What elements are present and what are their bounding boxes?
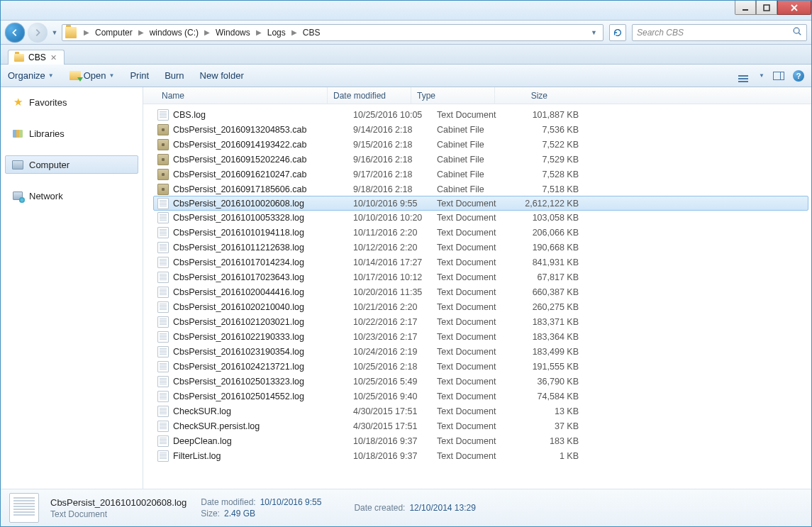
chevron-right-icon[interactable]: ▶: [200, 28, 214, 36]
text-file-icon: [157, 242, 169, 253]
organize-button[interactable]: Organize▼: [8, 70, 54, 81]
file-row[interactable]: CbsPersist_20161025014552.log10/25/2016 …: [143, 389, 811, 404]
history-dropdown[interactable]: ▼: [50, 29, 59, 36]
column-header-date[interactable]: Date modified: [328, 87, 411, 104]
file-date: 10/11/2016 2:20: [353, 228, 437, 238]
breadcrumb-segment[interactable]: windows (C:): [148, 28, 200, 38]
text-file-icon: [157, 391, 169, 402]
open-button[interactable]: Open▼: [69, 70, 115, 81]
back-button[interactable]: [5, 23, 25, 43]
address-dropdown[interactable]: ▼: [591, 29, 597, 36]
file-row[interactable]: CbsPersist_20161010053328.log10/10/2016 …: [143, 210, 811, 225]
file-size: 7,522 KB: [521, 140, 579, 150]
file-row[interactable]: CbsPersist_20161025013323.log10/25/2016 …: [143, 374, 811, 389]
file-row[interactable]: CbsPersist_20161024213721.log10/25/2016 …: [143, 359, 811, 374]
column-header-type[interactable]: Type: [411, 87, 495, 104]
file-row[interactable]: CbsPersist_20160916210247.cab9/17/2016 2…: [143, 167, 811, 182]
file-row[interactable]: CbsPersist_20160915202246.cab9/16/2016 2…: [143, 152, 811, 167]
sidebar-item-favorites[interactable]: ★ Favorites: [1, 93, 143, 111]
explorer-window: ▼ ▶ Computer ▶ windows (C:) ▶ Windows ▶ …: [0, 0, 812, 527]
breadcrumb-segment[interactable]: Logs: [266, 28, 287, 38]
new-folder-button[interactable]: New folder: [200, 70, 244, 81]
sidebar-item-computer[interactable]: Computer: [5, 155, 138, 174]
file-date: 9/18/2016 2:18: [353, 184, 437, 194]
svg-line-3: [799, 33, 801, 35]
file-name: CbsPersist_20161017023643.log: [173, 272, 353, 282]
chevron-right-icon[interactable]: ▶: [252, 28, 266, 36]
column-header-size[interactable]: Size: [495, 87, 553, 104]
file-type: Text Document: [437, 287, 521, 297]
text-file-icon: [157, 301, 169, 313]
refresh-icon: [613, 28, 623, 38]
file-row[interactable]: CbsPersist_20161023190354.log10/24/2016 …: [143, 344, 811, 359]
sidebar-item-libraries[interactable]: Libraries: [1, 124, 143, 143]
sidebar-item-network[interactable]: Network: [1, 187, 143, 205]
file-row[interactable]: FilterList.log10/18/2016 9:37Text Docume…: [143, 448, 811, 463]
address-bar[interactable]: ▶ Computer ▶ windows (C:) ▶ Windows ▶ Lo…: [62, 24, 604, 41]
help-button[interactable]: ?: [793, 70, 804, 82]
details-pane: CbsPersist_20161010020608.log Text Docum…: [1, 489, 811, 526]
chevron-right-icon[interactable]: ▶: [79, 28, 94, 36]
text-file-icon: [157, 272, 169, 283]
file-row[interactable]: CbsPersist_20161020210040.log10/21/2016 …: [143, 299, 811, 314]
chevron-right-icon[interactable]: ▶: [134, 28, 148, 36]
close-tab-button[interactable]: ✕: [50, 53, 57, 62]
burn-button[interactable]: Burn: [165, 70, 184, 81]
file-row[interactable]: CbsPersist_20161010020608.log10/10/2016 …: [153, 196, 808, 211]
breadcrumb-segment[interactable]: CBS: [301, 28, 322, 38]
breadcrumb-segment[interactable]: Windows: [214, 28, 252, 38]
window-controls: [735, 1, 811, 20]
file-rows[interactable]: CBS.log10/25/2016 10:05Text Document101,…: [143, 104, 811, 489]
file-row[interactable]: CbsPersist_20160913204853.cab9/14/2016 2…: [143, 122, 811, 137]
file-date: 10/17/2016 10:12: [353, 272, 437, 282]
file-row[interactable]: CbsPersist_20161017023643.log10/17/2016 …: [143, 270, 811, 284]
file-size: 37 KB: [521, 421, 579, 431]
file-type: Text Document: [437, 451, 521, 461]
file-row[interactable]: CbsPersist_20161011212638.log10/12/2016 …: [143, 240, 811, 255]
file-row[interactable]: CbsPersist_20161021203021.log10/22/2016 …: [143, 314, 811, 329]
file-name: CbsPersist_20160917185606.cab: [173, 184, 353, 194]
file-row[interactable]: CbsPersist_20161022190333.log10/23/2016 …: [143, 329, 811, 344]
minimize-button[interactable]: [735, 1, 756, 15]
file-row[interactable]: CbsPersist_20160917185606.cab9/18/2016 2…: [143, 182, 811, 196]
file-row[interactable]: CbsPersist_20161020044416.log10/20/2016 …: [143, 284, 811, 299]
print-button[interactable]: Print: [130, 70, 149, 81]
tab-cbs[interactable]: CBS ✕: [8, 50, 65, 65]
file-row[interactable]: CbsPersist_20161017014234.log10/14/2016 …: [143, 255, 811, 270]
maximize-button[interactable]: [756, 1, 777, 15]
close-button[interactable]: [777, 1, 811, 15]
view-options-button[interactable]: [736, 70, 750, 82]
file-row[interactable]: CbsPersist_20160914193422.cab9/15/2016 2…: [143, 137, 811, 152]
file-date: 10/12/2016 2:20: [353, 243, 437, 253]
file-type: Text Document: [437, 347, 521, 357]
breadcrumb-segment[interactable]: Computer: [94, 28, 134, 38]
file-type: Cabinet File: [437, 155, 521, 165]
preview-pane-button[interactable]: [773, 72, 784, 80]
arrow-right-icon: [33, 28, 43, 38]
file-type: Text Document: [437, 332, 521, 342]
details-size: 2.49 GB: [224, 509, 255, 518]
file-row[interactable]: CbsPersist_20161010194118.log10/11/2016 …: [143, 225, 811, 240]
search-input[interactable]: Search CBS: [632, 24, 807, 41]
column-header-name[interactable]: Name: [143, 87, 328, 104]
file-date: 10/10/2016 9:55: [353, 199, 437, 209]
forward-button[interactable]: [28, 23, 48, 43]
file-name: CbsPersist_20161024213721.log: [173, 362, 353, 372]
chevron-down-icon[interactable]: ▼: [759, 72, 764, 79]
file-row[interactable]: CheckSUR.log4/30/2015 17:51Text Document…: [143, 404, 811, 418]
file-name: CbsPersist_20161023190354.log: [173, 347, 353, 357]
file-row[interactable]: CBS.log10/25/2016 10:05Text Document101,…: [143, 107, 811, 122]
chevron-right-icon[interactable]: ▶: [287, 28, 301, 36]
text-file-icon: [157, 346, 169, 357]
file-row[interactable]: CheckSUR.persist.log4/30/2015 17:51Text …: [143, 418, 811, 433]
details-filename: CbsPersist_20161010020608.log: [50, 497, 187, 508]
file-name: CbsPersist_20160915202246.cab: [173, 155, 353, 165]
text-file-icon: [157, 331, 169, 343]
file-type: Cabinet File: [437, 184, 521, 194]
navigation-bar: ▼ ▶ Computer ▶ windows (C:) ▶ Windows ▶ …: [1, 21, 811, 45]
refresh-button[interactable]: [609, 24, 626, 41]
file-name: CbsPersist_20161021203021.log: [173, 317, 353, 327]
file-row[interactable]: DeepClean.log10/18/2016 9:37Text Documen…: [143, 433, 811, 448]
file-size: 183,364 KB: [521, 332, 579, 342]
tab-strip: CBS ✕: [1, 45, 811, 65]
